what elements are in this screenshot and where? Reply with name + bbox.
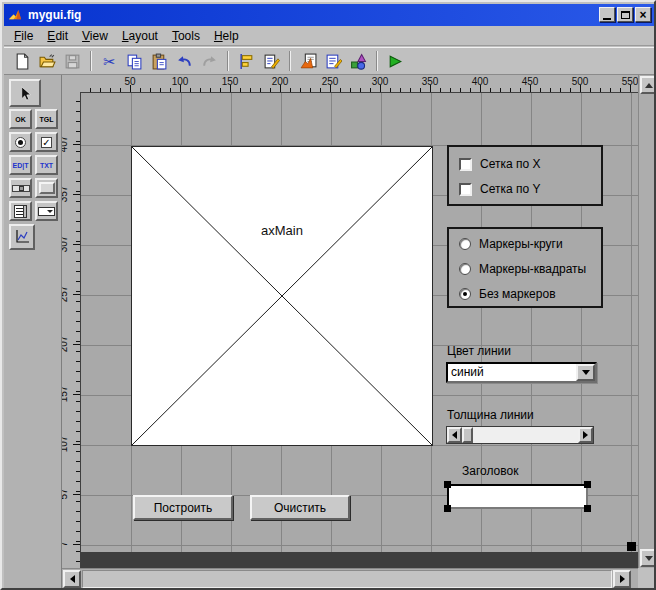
checkbox-grid-x[interactable]: Сетка по X bbox=[459, 157, 540, 171]
component-palette: OK TGL ✓ ED|T TXT bbox=[4, 75, 62, 590]
minimize-button[interactable] bbox=[599, 7, 615, 22]
axes-axMain[interactable]: axMain bbox=[131, 146, 433, 446]
line-width-slider[interactable] bbox=[446, 426, 594, 444]
menu-edit[interactable]: Edit bbox=[41, 27, 76, 45]
menu-tools[interactable]: Tools bbox=[166, 27, 208, 45]
scroll-right-button[interactable] bbox=[613, 570, 631, 588]
figure-resize-handle[interactable] bbox=[627, 542, 636, 551]
checkbox-icon[interactable] bbox=[459, 183, 472, 196]
radio-markers-circles[interactable]: Маркеры-круги bbox=[459, 237, 563, 251]
ruler-tick bbox=[580, 85, 581, 92]
ruler-tick bbox=[480, 85, 481, 92]
figure-surface[interactable]: axMain Сетка по X Сетка по Y Маркеры-кру… bbox=[81, 93, 639, 552]
close-icon: × bbox=[639, 10, 646, 20]
align-objects-button[interactable] bbox=[234, 50, 259, 73]
ruler-vertical: 407357307257207157107577 bbox=[62, 92, 80, 568]
object-browser-button[interactable] bbox=[346, 50, 371, 73]
slider-thumb[interactable] bbox=[462, 427, 473, 443]
menu-layout[interactable]: Layout bbox=[116, 27, 166, 45]
slider-track[interactable] bbox=[473, 427, 578, 443]
axes-tool[interactable] bbox=[9, 224, 35, 250]
popup-menu-tool[interactable] bbox=[35, 201, 58, 221]
title-bar[interactable]: mygui.fig × bbox=[4, 4, 654, 26]
selection-handle[interactable] bbox=[444, 481, 451, 488]
slider-tool[interactable] bbox=[9, 178, 32, 198]
new-file-button[interactable] bbox=[10, 50, 35, 73]
close-button[interactable]: × bbox=[635, 7, 651, 22]
checkbox-tool[interactable]: ✓ bbox=[35, 132, 58, 152]
marker-options-frame[interactable]: Маркеры-круги Маркеры-квадраты Без марке… bbox=[447, 227, 603, 308]
ruler-label: 357 bbox=[62, 183, 70, 205]
scroll-down-button[interactable] bbox=[640, 549, 656, 567]
radio-icon[interactable] bbox=[459, 263, 471, 275]
ruler-label: 107 bbox=[62, 433, 70, 455]
static-text-tool[interactable]: TXT bbox=[35, 155, 58, 175]
open-file-button[interactable] bbox=[35, 50, 60, 73]
maximize-button[interactable] bbox=[617, 7, 633, 22]
listbox-tool[interactable] bbox=[9, 201, 32, 221]
clear-button[interactable]: Очистить bbox=[250, 495, 350, 520]
line-color-value: синий bbox=[451, 365, 484, 379]
slider-left-arrow-button[interactable] bbox=[447, 427, 462, 443]
redo-button[interactable] bbox=[197, 50, 222, 73]
arrow-up-icon bbox=[645, 79, 653, 88]
toggle-button-tool[interactable]: TGL bbox=[35, 109, 58, 129]
line-color-popup[interactable]: синий bbox=[446, 362, 597, 383]
ruler-label: 207 bbox=[62, 333, 70, 355]
ruler-tick bbox=[73, 544, 80, 545]
scroll-up-button[interactable] bbox=[640, 76, 656, 94]
toolbar-separator bbox=[289, 51, 291, 71]
menu-file[interactable]: File bbox=[8, 27, 41, 45]
mfile-editor-icon bbox=[300, 53, 317, 70]
ruler-tick bbox=[330, 85, 331, 92]
minimize-icon bbox=[603, 18, 611, 20]
toolbar: ✂ bbox=[4, 47, 654, 75]
horizontal-scroll-track[interactable] bbox=[82, 570, 612, 588]
radio-no-markers[interactable]: Без маркеров bbox=[459, 287, 556, 301]
open-folder-icon bbox=[39, 53, 56, 70]
copy-button[interactable] bbox=[122, 50, 147, 73]
popup-arrow-button[interactable] bbox=[576, 364, 595, 381]
selection-handle[interactable] bbox=[584, 505, 591, 512]
title-edit-field[interactable] bbox=[447, 484, 588, 509]
plot-button[interactable]: Построить bbox=[133, 495, 233, 520]
radio-button-tool[interactable] bbox=[9, 132, 32, 152]
property-inspector-button[interactable] bbox=[321, 50, 346, 73]
undo-button[interactable] bbox=[172, 50, 197, 73]
vertical-scrollbar[interactable] bbox=[638, 75, 656, 568]
scroll-left-button[interactable] bbox=[63, 570, 81, 588]
ruler-label: 550 bbox=[615, 76, 638, 87]
horizontal-scrollbar[interactable] bbox=[62, 568, 638, 588]
checkbox-icon[interactable] bbox=[459, 158, 472, 171]
checkbox-grid-y[interactable]: Сетка по Y bbox=[459, 182, 540, 196]
cut-button[interactable]: ✂ bbox=[97, 50, 122, 73]
radio-icon[interactable] bbox=[459, 288, 471, 300]
ruler-tick bbox=[130, 85, 131, 92]
radio-icon[interactable] bbox=[459, 238, 471, 250]
popup-menu-icon bbox=[38, 207, 55, 216]
matlab-logo-icon bbox=[8, 8, 23, 23]
menu-editor-icon bbox=[263, 53, 280, 70]
layout-canvas[interactable]: axMain Сетка по X Сетка по Y Маркеры-кру… bbox=[80, 92, 638, 568]
ruler-label: 57 bbox=[62, 483, 70, 505]
push-button-tool[interactable]: OK bbox=[9, 109, 32, 129]
select-tool-button[interactable] bbox=[9, 79, 41, 107]
guide-window: mygui.fig × File Edit View Layout Tools … bbox=[0, 0, 656, 590]
run-button[interactable] bbox=[383, 50, 408, 73]
menu-help[interactable]: Help bbox=[208, 27, 247, 45]
frame-tool[interactable] bbox=[35, 178, 58, 198]
paste-button[interactable] bbox=[147, 50, 172, 73]
axes-tag-label: axMain bbox=[132, 223, 432, 238]
selection-handle[interactable] bbox=[444, 505, 451, 512]
slider-right-arrow-button[interactable] bbox=[578, 427, 593, 443]
grid-options-frame[interactable]: Сетка по X Сетка по Y bbox=[447, 145, 603, 206]
edit-text-tool[interactable]: ED|T bbox=[9, 155, 32, 175]
undo-arrow-icon bbox=[176, 53, 193, 70]
mfile-editor-button[interactable] bbox=[296, 50, 321, 73]
save-button[interactable] bbox=[60, 50, 85, 73]
radio-markers-squares[interactable]: Маркеры-квадраты bbox=[459, 262, 586, 276]
menu-view[interactable]: View bbox=[76, 27, 116, 45]
selection-handle[interactable] bbox=[584, 481, 591, 488]
ruler-tick bbox=[73, 444, 80, 445]
menu-editor-button[interactable] bbox=[259, 50, 284, 73]
